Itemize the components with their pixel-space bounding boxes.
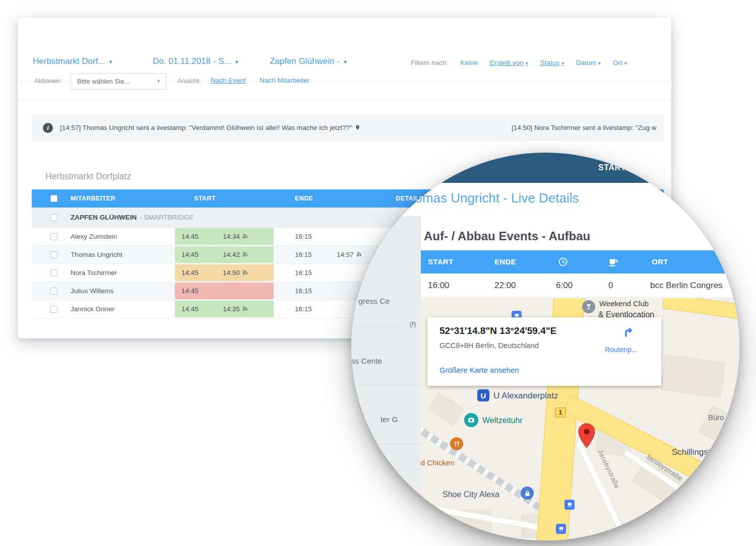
restaurant-icon [450,437,463,450]
column-header-end: ENDE [295,189,313,208]
date-dropdown[interactable]: Do. 01.11.2018 - S...▾ [153,56,238,66]
details-breaks: 0 [608,274,613,298]
shift-dropdown[interactable]: Zapfen Glühwein -▾ [270,56,347,66]
map-label-restaurant: Fried Chicken [421,458,455,467]
start-status-cell: 14:45 14:34 [175,228,274,245]
start-status-cell: 14:45 14:35 [175,301,274,317]
address-text: GCC8+8H Berlin, Deutschland [439,342,539,350]
end-planned: 16:15 [295,264,312,282]
directions-link[interactable]: Routenp... [605,346,638,354]
larger-map-link[interactable]: Größere Karte ansehen [439,366,519,374]
start-planned: 14:45 [181,264,199,281]
map-label-weltzeituhr: Weltzeituhr [482,416,523,425]
filter-location[interactable]: Ort▾ [613,59,627,66]
divider [351,385,421,385]
livestamp-icon [242,234,247,239]
livestamp-icon [242,252,247,257]
chevron-down-icon: ▾ [344,58,347,65]
map-label-buero: Büro [708,413,724,422]
select-all-checkbox[interactable] [50,195,57,202]
background-text-fragment: ter G [381,415,398,424]
divider [351,326,421,326]
map-label-schilling: Schillingstraße [672,447,728,457]
start-planned: 14:45 [181,228,199,245]
actions-select-value: Bitte wählen Sie... [77,78,130,85]
location-pin-icon [355,124,360,131]
section-title: Auf- / Abbau Events - Aufbau [424,229,590,243]
u-bahn-icon: U [477,389,489,401]
map-label-shop: Shoe City Alexa [443,490,499,499]
map[interactable]: Weekend Club & Eventlocation U U Alexand… [421,298,739,540]
actions-label: Aktionen: [34,77,61,85]
map-railway [421,417,558,521]
start-status-cell: 14:45 14:42 [175,246,274,263]
details-location: bcc Berlin Congres [650,274,723,298]
column-header-start: START [194,189,216,208]
row-checkbox[interactable] [50,269,57,277]
chevron-down-icon: ▾ [598,60,601,66]
livestamp-icon [356,252,361,257]
route-badge: 1 [555,407,566,418]
details-hours: 6:00 [556,274,573,298]
details-col-end: ENDE [494,250,516,274]
column-header-employee: MITARBEITER [71,189,115,208]
row-checkbox[interactable] [50,306,57,313]
chevron-down-icon: ▾ [561,60,564,66]
chevron-down-icon: ▼ [156,74,161,89]
employee-name: Jannick Griner [71,300,114,318]
end-planned: 16:15 [295,282,312,300]
map-building [428,392,464,426]
info-icon: i [43,123,53,133]
filter-none[interactable]: Keine [460,59,478,66]
directions-icon[interactable] [619,324,633,340]
details-table-header: START ENDE ORT [421,250,739,274]
start-planned: 14:45 [181,301,199,317]
map-pin-icon[interactable] [578,423,595,450]
event-dropdown-label: Herbstmarkt Dorf... [33,56,105,66]
group-checkbox[interactable] [50,214,57,221]
coffee-cup-icon [608,258,618,268]
filter-date[interactable]: Datum▾ [576,59,601,66]
row-checkbox[interactable] [50,251,57,258]
page-title: Herbstmarkt Dorfplatz [45,171,131,182]
live-details-modal: Auf- / Abbau Events - Aufbau START ENDE … [421,216,739,540]
details-row: 16:00 22:00 6:00 0 bcc Berlin Congres [421,274,739,298]
coordinates-title: 52°31'14.8"N 13°24'59.4"E [439,325,556,336]
row-checkbox[interactable] [50,233,57,240]
nightlife-icon [582,300,595,313]
map-building [661,355,726,398]
employee-name: Thomas Ungricht [71,246,122,263]
livestamp-icon [242,270,247,276]
screen: Herbstmarkt Dorf...▾ Do. 01.11.2018 - S.… [0,0,756,546]
background-text-fragment: (f) [410,320,416,328]
start-planned: 14:45 [181,283,199,299]
details-end: 22:00 [494,274,516,298]
chevron-down-icon: ▾ [109,58,112,65]
details-col-location: ORT [652,250,668,274]
start-actual: 14:35 [223,301,247,317]
view-by-event-link[interactable]: Nach Event [211,77,246,84]
start-status-cell: 14:45 [175,283,274,299]
transit-icon [556,524,566,534]
filter-created-by[interactable]: Erstellt von▾ [490,59,528,66]
event-dropdown[interactable]: Herbstmarkt Dorf...▾ [33,56,112,66]
start-planned: 14:45 [181,246,199,263]
employee-name: Nora Tschirrner [71,264,117,282]
background-text-fragment: ss Cente [351,357,382,366]
row-checkbox[interactable] [50,288,57,295]
end-planned: 16:15 [295,300,312,318]
camera-icon [464,413,478,427]
start-actual: 14:42 [223,246,247,263]
transit-icon [564,500,575,510]
actions-select[interactable]: Bitte wählen Sie... ▼ [71,73,166,90]
modal-title: Thomas Ungricht - Live Details [400,190,579,206]
map-road [662,298,739,328]
livestamp-bar: i [14:57] Thomas Ungricht sent a livesta… [32,115,664,141]
details-col-start: START [428,250,453,274]
magnifier-circle: START Thomas Ungricht - Live Details gre… [351,153,739,540]
view-by-employee-link[interactable]: Nach Mitarbeiter [260,77,309,84]
filter-status[interactable]: Status▾ [540,59,564,66]
chevron-down-icon: ▾ [624,60,627,66]
background-text-fragment: gress Ce [358,297,390,306]
chevron-down-icon: ▾ [526,60,528,66]
